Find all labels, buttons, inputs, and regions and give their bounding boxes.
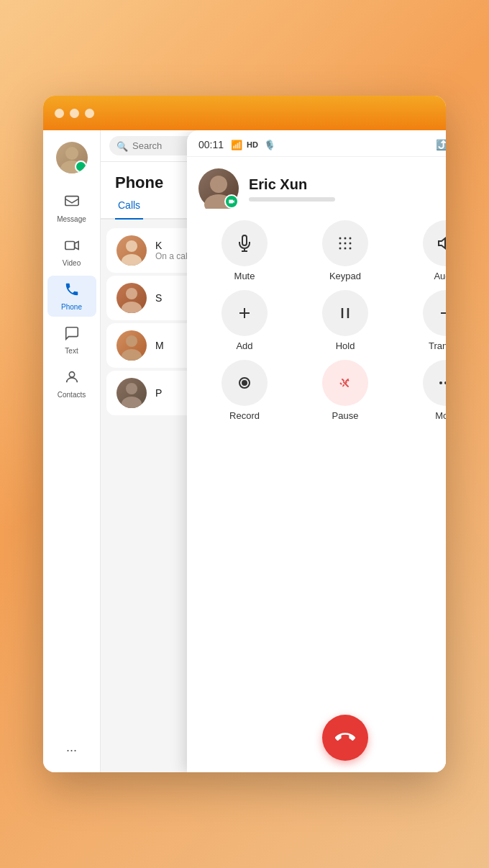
svg-point-15 xyxy=(339,238,342,240)
app-body: Message Video Phone xyxy=(43,130,446,772)
video-label: Video xyxy=(63,259,81,267)
avatar-image xyxy=(56,142,88,173)
svg-point-5 xyxy=(126,240,137,252)
contacts-label: Contacts xyxy=(58,391,86,399)
svg-point-6 xyxy=(122,254,142,266)
record-btn-circle xyxy=(221,360,268,406)
transfer-btn-circle xyxy=(423,290,446,336)
svg-point-8 xyxy=(122,302,142,313)
text-icon xyxy=(64,325,80,345)
search-icon: 🔍 xyxy=(116,140,128,151)
video-icon xyxy=(64,238,80,257)
contact-avatar-4 xyxy=(116,378,147,408)
svg-point-7 xyxy=(126,288,137,299)
mic-slash-icon: 🎙️ xyxy=(264,140,275,150)
call-status-row: 00:11 📶 HD 🎙️ ⤴️ CC ➡️ xyxy=(198,139,446,150)
app-window: Message Video Phone xyxy=(43,96,446,772)
page-title: Phone xyxy=(115,173,163,192)
sidebar-item-phone[interactable]: Phone xyxy=(47,276,96,317)
svg-point-21 xyxy=(339,248,342,250)
svg-point-16 xyxy=(344,238,347,240)
add-btn-circle xyxy=(221,290,268,336)
svg-point-0 xyxy=(65,147,78,160)
svg-point-31 xyxy=(242,381,247,385)
sidebar-item-message[interactable]: Message xyxy=(47,188,96,229)
pause-button[interactable]: Pause xyxy=(299,360,391,421)
traffic-light-1[interactable] xyxy=(55,109,64,118)
caller-avatar xyxy=(198,168,239,209)
traffic-light-3[interactable] xyxy=(85,109,94,118)
more-btn-circle xyxy=(423,360,446,406)
svg-point-12 xyxy=(122,397,142,408)
hd-badge: HD xyxy=(247,140,258,149)
caller-name: Eric Xun xyxy=(249,176,335,193)
record-button[interactable]: Record xyxy=(198,360,291,421)
keypad-btn-circle xyxy=(322,220,368,266)
sidebar-more[interactable]: ... xyxy=(60,734,83,761)
svg-point-18 xyxy=(339,243,342,245)
caller-info: Eric Xun xyxy=(187,157,446,214)
add-button[interactable]: Add xyxy=(198,290,291,351)
add-label: Add xyxy=(236,340,252,351)
keypad-label: Keypad xyxy=(329,271,361,281)
call-timer: 00:11 xyxy=(198,139,224,150)
svg-point-32 xyxy=(439,381,442,384)
video-badge xyxy=(224,194,239,209)
more-button[interactable]: More xyxy=(400,360,446,421)
end-call-button[interactable] xyxy=(322,715,368,761)
svg-point-1 xyxy=(60,161,83,173)
pause-label: Pause xyxy=(332,410,359,421)
pause-btn-circle xyxy=(322,360,368,406)
hold-button[interactable]: Hold xyxy=(299,290,391,351)
svg-point-4 xyxy=(69,372,74,377)
svg-point-33 xyxy=(444,381,446,384)
traffic-light-2[interactable] xyxy=(70,109,79,118)
sidebar-item-text[interactable]: Text xyxy=(47,320,96,361)
phone-icon xyxy=(64,281,80,301)
call-header: 00:11 📶 HD 🎙️ ⤴️ CC ➡️ xyxy=(187,130,446,157)
signal-bars-icon: 📶 xyxy=(231,140,242,150)
svg-point-10 xyxy=(122,349,142,361)
contact-avatar-2 xyxy=(116,283,147,313)
caller-sub-line xyxy=(249,197,335,202)
sidebar-item-video[interactable]: Video xyxy=(47,232,96,273)
svg-point-22 xyxy=(344,248,347,250)
audio-label: Audio xyxy=(434,271,446,281)
avatar[interactable] xyxy=(56,142,88,173)
svg-point-19 xyxy=(344,243,347,245)
svg-point-17 xyxy=(349,238,352,240)
popout-icon[interactable]: ⤴️ xyxy=(436,139,446,150)
transfer-button[interactable]: Transfer xyxy=(400,290,446,351)
mute-label: Mute xyxy=(234,271,255,281)
contacts-icon xyxy=(64,369,80,389)
svg-point-23 xyxy=(349,248,352,250)
svg-rect-2 xyxy=(65,196,78,206)
mute-button[interactable]: Mute xyxy=(198,220,291,281)
transfer-label: Transfer xyxy=(429,340,446,351)
audio-btn-circle xyxy=(423,220,446,266)
sidebar-item-contacts[interactable]: Contacts xyxy=(47,363,96,404)
call-indicators: 00:11 📶 HD 🎙️ xyxy=(198,139,275,150)
phone-label: Phone xyxy=(61,303,82,311)
keypad-button[interactable]: Keypad xyxy=(299,220,391,281)
svg-marker-24 xyxy=(439,238,445,248)
contact-avatar-1 xyxy=(116,235,147,266)
tab-2[interactable] xyxy=(157,192,163,220)
more-label: More xyxy=(435,410,446,421)
call-buttons-grid: Mute Keypad xyxy=(187,214,446,427)
mute-btn-circle xyxy=(221,220,268,266)
svg-rect-3 xyxy=(65,242,74,250)
main-content: 🔍 Phone ··· Calls xyxy=(101,130,446,772)
svg-point-9 xyxy=(126,335,137,347)
message-icon xyxy=(64,194,80,213)
tab-calls[interactable]: Calls xyxy=(115,192,143,220)
call-panel: 00:11 📶 HD 🎙️ ⤴️ CC ➡️ xyxy=(187,130,446,772)
end-call-row xyxy=(187,703,446,772)
text-label: Text xyxy=(65,347,78,355)
contact-avatar-3 xyxy=(116,330,147,361)
title-bar xyxy=(43,96,446,130)
audio-button[interactable]: Audio xyxy=(400,220,446,281)
record-label: Record xyxy=(229,410,260,421)
caller-details: Eric Xun xyxy=(249,176,335,202)
svg-point-13 xyxy=(210,176,227,193)
